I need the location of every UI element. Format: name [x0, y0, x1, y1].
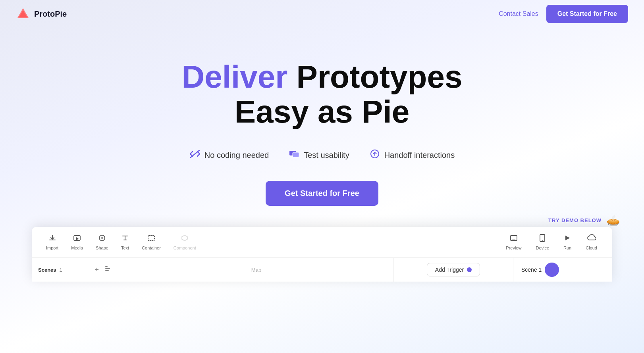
- scenes-add-button[interactable]: +: [94, 266, 99, 274]
- svg-point-9: [101, 237, 103, 239]
- toolbar-right: Preview Device Run: [500, 232, 603, 253]
- hero-title: Deliver Prototypes Easy as Pie: [182, 59, 463, 129]
- scenes-label: Scenes: [38, 267, 56, 273]
- preview-tool[interactable]: Preview: [500, 232, 527, 253]
- bottom-bar: Scenes 1 + Map Add Trigger Scene: [32, 258, 612, 282]
- scroll-indicator: [545, 263, 559, 277]
- media-icon: [73, 234, 81, 244]
- shape-label: Shape: [96, 246, 108, 250]
- scenes-panel: Scenes 1 +: [32, 258, 119, 282]
- try-demo-area: TRY DEMO BELOW 🥧: [0, 214, 644, 227]
- canvas-panel: Map: [119, 258, 394, 282]
- feature-test-usability-label: Test usability: [304, 151, 349, 160]
- cloud-tool[interactable]: Cloud: [580, 232, 603, 253]
- hero-title-part2: Prototypes: [297, 59, 463, 94]
- get-started-nav-button[interactable]: Get Started for Free: [546, 5, 628, 23]
- hero-features: No coding needed Test usability: [189, 149, 455, 161]
- test-usability-icon: [289, 149, 300, 161]
- run-icon: [563, 234, 571, 244]
- canvas-label: Map: [251, 267, 261, 273]
- text-tool[interactable]: Text: [116, 232, 134, 253]
- add-trigger-label: Add Trigger: [435, 267, 464, 273]
- cloud-icon: [587, 234, 596, 244]
- nav-right: Contact Sales Get Started for Free: [499, 5, 628, 23]
- shape-tool[interactable]: Shape: [91, 232, 113, 253]
- component-icon: [181, 234, 189, 244]
- handoff-icon: [369, 149, 380, 161]
- preview-label: Preview: [506, 246, 521, 250]
- logo-icon: [16, 7, 30, 21]
- hero-title-highlight: Deliver: [182, 59, 288, 94]
- scenes-sort-button[interactable]: [105, 266, 112, 273]
- contact-sales-link[interactable]: Contact Sales: [499, 10, 538, 17]
- feature-no-coding: No coding needed: [189, 149, 269, 161]
- container-tool[interactable]: Container: [137, 232, 166, 253]
- feature-test-usability: Test usability: [289, 149, 349, 161]
- svg-rect-4: [293, 152, 299, 157]
- run-tool[interactable]: Run: [558, 232, 577, 253]
- add-trigger-button[interactable]: Add Trigger: [427, 263, 480, 276]
- device-tool[interactable]: Device: [530, 232, 555, 253]
- run-label: Run: [563, 246, 571, 250]
- cloud-label: Cloud: [586, 246, 597, 250]
- container-label: Container: [142, 246, 161, 250]
- demo-bar: Import Media Shape: [32, 227, 612, 282]
- text-icon: [121, 234, 129, 244]
- container-icon: [147, 234, 155, 244]
- text-label: Text: [121, 246, 129, 250]
- svg-rect-17: [105, 268, 110, 269]
- device-icon: [539, 234, 546, 244]
- hero-title-part3: Easy as Pie: [235, 94, 409, 129]
- trigger-dot: [467, 267, 472, 272]
- feature-handoff-label: Handoff interactions: [384, 151, 455, 160]
- preview-icon: [510, 234, 518, 244]
- device-label: Device: [536, 246, 549, 250]
- svg-rect-12: [512, 240, 515, 240]
- scene-name-panel: Scene 1: [513, 258, 612, 282]
- toolbar: Import Media Shape: [32, 227, 612, 258]
- component-tool[interactable]: Component: [169, 232, 201, 253]
- try-demo-text: TRY DEMO BELOW: [548, 217, 602, 223]
- feature-handoff: Handoff interactions: [369, 149, 455, 161]
- logo-area: ProtoPie: [16, 7, 67, 21]
- svg-rect-10: [148, 236, 154, 240]
- svg-rect-16: [105, 266, 108, 267]
- svg-point-14: [542, 240, 543, 241]
- shape-icon: [98, 234, 106, 244]
- import-tool[interactable]: Import: [41, 232, 63, 253]
- media-label: Media: [71, 246, 83, 250]
- try-demo-emoji: 🥧: [606, 214, 620, 227]
- svg-marker-15: [565, 236, 570, 240]
- get-started-hero-button[interactable]: Get Started for Free: [266, 181, 378, 206]
- scenes-count: 1: [60, 267, 62, 273]
- scene-name-label: Scene 1: [521, 267, 542, 273]
- import-label: Import: [46, 246, 58, 250]
- component-label: Component: [174, 246, 196, 250]
- navbar: ProtoPie Contact Sales Get Started for F…: [0, 0, 644, 28]
- feature-no-coding-label: No coding needed: [204, 151, 269, 160]
- import-icon: [48, 234, 56, 244]
- no-coding-icon: [189, 149, 201, 161]
- hero-section: Deliver Prototypes Easy as Pie No coding…: [0, 28, 644, 206]
- logo-text: ProtoPie: [34, 10, 67, 19]
- svg-line-2: [191, 150, 199, 157]
- svg-rect-18: [105, 270, 109, 271]
- media-tool[interactable]: Media: [66, 232, 88, 253]
- trigger-panel: Add Trigger: [394, 258, 513, 282]
